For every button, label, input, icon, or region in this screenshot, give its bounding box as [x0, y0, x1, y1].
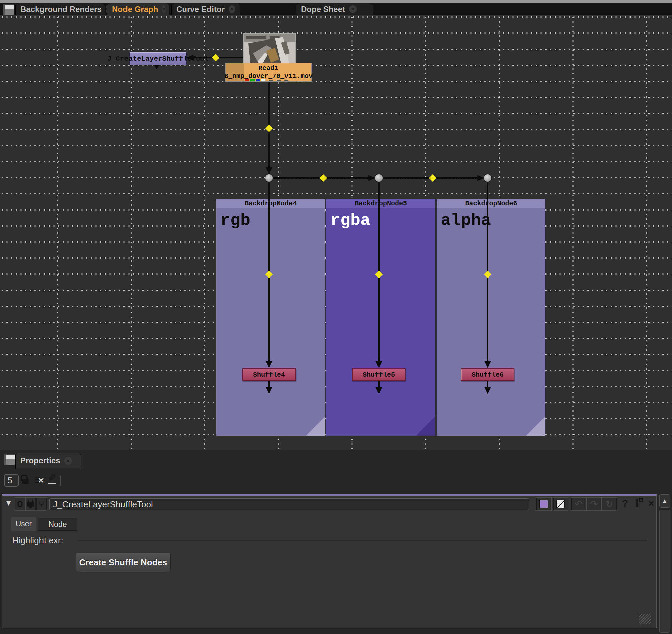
- tab-user[interactable]: User: [11, 517, 37, 531]
- monitor-output-icon[interactable]: [26, 498, 36, 511]
- backdrop-header[interactable]: BackdropNode4: [216, 199, 325, 208]
- knob-divider: [78, 540, 647, 541]
- green-channel-icon: [250, 79, 255, 81]
- create-shuffle-nodes-button[interactable]: Create Shuffle Nodes: [76, 553, 171, 572]
- highlight-exr-label: Highlight exr:: [13, 535, 63, 546]
- backdrop-title: BackdropNode5: [355, 199, 407, 207]
- backdrop-label: rgba: [330, 211, 370, 230]
- extra-channel-dash: [269, 80, 273, 81]
- close-tab-icon[interactable]: ×: [162, 5, 165, 13]
- scrollbar-thumb[interactable]: [659, 510, 670, 633]
- backdrop-resize-corner[interactable]: [306, 417, 325, 436]
- backdrop-title: BackdropNode6: [465, 199, 517, 207]
- extra-channel-dash: [277, 80, 281, 81]
- node-properties-panel: ▼ ⑂ ↶ ↷ ↻ ? × User Node Highlight exr: C…: [2, 494, 656, 628]
- backdrop-resize-corner[interactable]: [526, 417, 546, 436]
- tab-node-graph[interactable]: Node Graph ×: [107, 3, 169, 15]
- pane-menu-icon[interactable]: [4, 454, 15, 465]
- close-tab-icon[interactable]: ×: [349, 5, 357, 13]
- node-color-swatch-button[interactable]: [536, 498, 551, 511]
- close-all-panels-icon[interactable]: ✕: [35, 477, 44, 484]
- backdrop-header[interactable]: BackdropNode6: [437, 199, 546, 208]
- backdrop-resize-corner[interactable]: [416, 417, 435, 436]
- backdrop-node-alpha[interactable]: BackdropNode6 alpha: [437, 199, 546, 436]
- undo-button[interactable]: ↶: [571, 498, 586, 511]
- backdrop-node-rgba[interactable]: BackdropNode5 rgba: [326, 199, 435, 436]
- panel-resize-grip[interactable]: [639, 614, 651, 624]
- node-create-layer-shuffle-tool[interactable]: J_CreateLayerShuffleTool: [129, 52, 187, 65]
- blue-channel-icon: [256, 79, 260, 81]
- node-title: Shuffle5: [363, 371, 395, 379]
- read-node-title: Read1: [258, 64, 279, 72]
- wrench-settings-icon[interactable]: ⑂: [37, 498, 47, 511]
- node-shuffle6[interactable]: Shuffle6: [461, 368, 514, 381]
- node-title: Shuffle4: [253, 371, 285, 379]
- backdrop-title: BackdropNode4: [245, 199, 297, 207]
- close-panel-icon[interactable]: ×: [648, 498, 654, 509]
- node-shuffle4[interactable]: Shuffle4: [242, 368, 296, 381]
- backdrop-header[interactable]: BackdropNode5: [326, 199, 435, 208]
- max-panels-input[interactable]: [4, 474, 19, 487]
- tab-dope-sheet[interactable]: Dope Sheet ×: [296, 3, 374, 15]
- gl-color-swatch-button[interactable]: [553, 498, 568, 511]
- close-tab-icon[interactable]: ×: [64, 457, 72, 465]
- center-node-icon[interactable]: [15, 498, 25, 511]
- red-channel-icon: [245, 79, 249, 81]
- backdrop-label: alpha: [441, 211, 491, 230]
- alpha-channel-icon: [261, 79, 265, 81]
- tab-properties[interactable]: Properties ×: [16, 452, 81, 468]
- tab-node[interactable]: Node: [38, 518, 77, 531]
- channel-indicator-strip: [245, 79, 288, 81]
- no-color-swatch: [556, 500, 565, 509]
- collapse-panel-icon[interactable]: ▼: [6, 500, 11, 507]
- tab-label: Properties: [20, 456, 60, 465]
- window-top-strip: [0, 0, 672, 3]
- close-tab-icon[interactable]: ×: [229, 5, 235, 13]
- tab-curve-editor[interactable]: Curve Editor ×: [171, 3, 240, 15]
- revert-button[interactable]: ↻: [602, 498, 617, 511]
- node-title: Shuffle6: [472, 371, 504, 379]
- tab-label: Node Graph: [112, 5, 158, 14]
- tab-label: Dope Sheet: [301, 5, 345, 14]
- toolbar-separator: [60, 476, 61, 486]
- scrollbar-up-button[interactable]: ▲: [659, 494, 670, 508]
- float-panel-icon[interactable]: [636, 500, 638, 507]
- tab-label: Curve Editor: [176, 5, 224, 14]
- extra-channel-dash: [285, 80, 288, 81]
- backdrop-node-rgb[interactable]: BackdropNode4 rgb: [216, 199, 325, 436]
- redo-button[interactable]: ↷: [587, 498, 601, 511]
- node-shuffle5[interactable]: Shuffle5: [352, 368, 406, 381]
- edit-node-name-icon[interactable]: ✎: [48, 473, 56, 484]
- pane-menu-icon[interactable]: [3, 4, 15, 15]
- node-color-swatch: [539, 500, 548, 509]
- help-icon[interactable]: ?: [622, 498, 628, 509]
- node-name-input[interactable]: [49, 498, 529, 511]
- node-title: J_CreateLayerShuffleTool: [107, 54, 209, 62]
- tab-label: Background Renders: [20, 5, 102, 14]
- lock-panels-icon[interactable]: [22, 475, 29, 484]
- tab-background-renders[interactable]: Background Renders ×: [16, 3, 105, 15]
- backdrop-label: rgb: [220, 211, 250, 230]
